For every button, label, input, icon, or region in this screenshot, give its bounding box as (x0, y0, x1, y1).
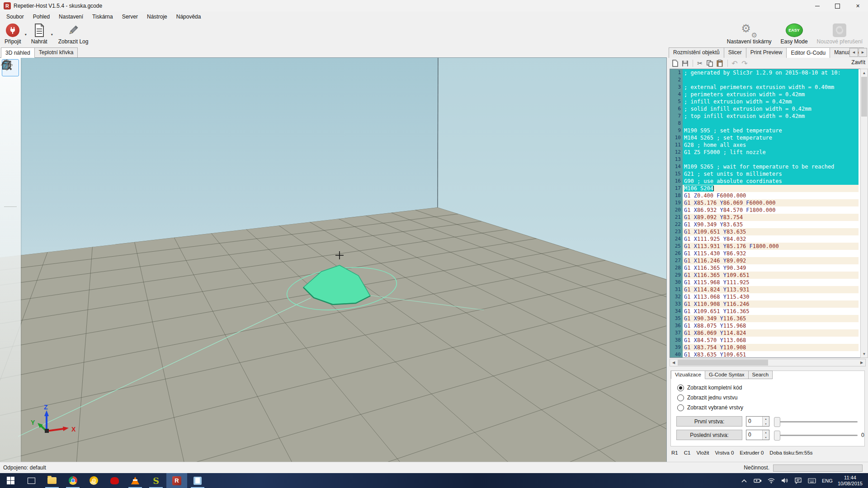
front-view-button[interactable] (2, 168, 19, 185)
speaker-icon[interactable] (778, 473, 792, 488)
viz-tab-vizualizace[interactable]: Vizualizace (671, 371, 705, 379)
move-view-button[interactable] (2, 77, 19, 94)
vertical-scrollbar-thumb[interactable] (861, 77, 867, 117)
radio-zobrazit-vybran-vrstvy[interactable]: Zobrazit vybrané vrstvy (677, 403, 743, 413)
code-line[interactable]: 35G1 X90.349 Y116.365 (670, 315, 859, 322)
redo-button[interactable]: ↷ (740, 59, 749, 68)
code-line[interactable]: 18G1 Z0.400 F6000.000 (670, 192, 859, 199)
easy-mode-button[interactable]: EASY Easy Mode (778, 22, 811, 46)
spin-up-icon[interactable]: ▲ (762, 430, 769, 435)
paste-button[interactable] (715, 59, 724, 68)
code-line[interactable]: 13 (670, 156, 859, 163)
scroll-right-icon[interactable]: ▶ (858, 359, 865, 366)
isometric-view-button[interactable] (2, 150, 19, 167)
code-line[interactable]: 16G90 ; use absolute coordinates (670, 178, 859, 185)
top-view-button[interactable] (2, 186, 19, 203)
code-line[interactable]: 12G1 Z5 F5000 ; lift nozzle (670, 149, 859, 156)
radio-button[interactable] (677, 385, 684, 391)
taskbar-slic3r[interactable]: S (146, 473, 166, 488)
tabs-scroll-left-icon[interactable]: ◀ (849, 48, 858, 57)
radio-button[interactable] (677, 394, 684, 401)
code-line[interactable]: 30G1 X115.968 Y111.925 (670, 279, 859, 286)
show-log-button[interactable]: Zobrazit Log (56, 22, 91, 46)
tab-3d-preview[interactable]: 3D náhled (1, 47, 35, 58)
spin-up-icon[interactable]: ▲ (762, 417, 769, 422)
spin-down-icon[interactable]: ▼ (762, 422, 769, 427)
emergency-stop-button[interactable]: Nouzové přerušení (814, 22, 865, 46)
spin-down-icon[interactable]: ▼ (762, 435, 769, 440)
first-layer-slider[interactable] (774, 417, 858, 426)
last-layer-button[interactable]: Poslední vrstva: (676, 430, 742, 440)
action-center-icon[interactable] (792, 473, 805, 488)
copy-button[interactable] (705, 59, 714, 68)
vertical-scrollbar[interactable]: ▲ ▼ (860, 69, 868, 358)
load-button[interactable]: Nahrát ▾ (28, 22, 50, 46)
code-line[interactable]: 26G1 X115.430 Y86.932 (670, 250, 859, 257)
taskbar-notepad[interactable] (187, 473, 208, 488)
code-line[interactable]: 17M106 S204 (670, 185, 859, 192)
tab-editor-g-codu[interactable]: Editor G-Codu (786, 47, 830, 58)
menu-nastaven[interactable]: Nastavení (54, 13, 88, 21)
wifi-icon[interactable] (764, 473, 778, 488)
code-line[interactable]: 6; solid infill extrusion width = 0.42mm (670, 105, 859, 113)
radio-button[interactable] (677, 404, 684, 411)
code-line[interactable]: 5; infill extrusion width = 0.42mm (670, 98, 859, 105)
code-line[interactable]: 14M109 S265 ; wait for temperature to be… (670, 163, 859, 170)
taskbar-red-app[interactable] (104, 473, 125, 488)
code-line[interactable]: 25G1 X113.931 Y85.176 F1800.000 (670, 243, 859, 250)
printer-settings-button[interactable]: ⚙⚙ Nastavení tiskárny (724, 22, 774, 46)
save-button[interactable] (680, 59, 689, 68)
code-line[interactable]: 8 (670, 120, 859, 127)
code-line[interactable]: 29G1 X116.365 Y109.651 (670, 272, 859, 279)
tabs-scroll-right-icon[interactable]: ▶ (859, 48, 867, 57)
taskbar-file-explorer[interactable] (42, 473, 62, 488)
viz-tab-search[interactable]: Search (748, 371, 773, 379)
taskbar-vlc[interactable] (125, 473, 146, 488)
viz-tab-g-code-syntax[interactable]: G-Code Syntax (705, 371, 749, 379)
code-line[interactable]: 24G1 X111.925 Y84.032 (670, 235, 859, 243)
last-layer-slider[interactable] (774, 431, 858, 440)
code-line[interactable]: 7; top infill extrusion width = 0.42mm (670, 113, 859, 120)
first-layer-button[interactable]: První vrstva: (676, 416, 742, 427)
scroll-up-icon[interactable]: ▲ (861, 69, 868, 76)
slider-thumb[interactable] (774, 431, 780, 441)
code-line[interactable]: 1; generated by Slic3r 1.2.9 on 2015-08-… (670, 69, 859, 76)
fit-view-button[interactable] (2, 131, 19, 149)
menu-server[interactable]: Server (118, 13, 142, 21)
code-line[interactable]: 4; perimeters extrusion width = 0.42mm (670, 91, 859, 98)
code-line[interactable]: 40G1 X83.635 Y109.651 (670, 351, 859, 358)
battery-icon[interactable] (751, 473, 764, 488)
taskbar-start[interactable] (0, 473, 21, 488)
language-indicator[interactable]: ENG (819, 478, 836, 483)
scroll-down-icon[interactable]: ▼ (861, 350, 868, 357)
menu-n-stroje[interactable]: Nástroje (142, 13, 172, 21)
tab-slicer[interactable]: Slicer (724, 47, 746, 58)
code-line[interactable]: 33G1 X110.908 Y116.246 (670, 300, 859, 308)
clock[interactable]: 11:44 10/08/2015 (838, 475, 863, 487)
horizontal-scrollbar[interactable]: ◀ ▶ (670, 359, 866, 366)
code-line[interactable]: 34G1 X109.651 Y116.365 (670, 308, 859, 315)
scroll-left-icon[interactable]: ◀ (670, 359, 677, 366)
connect-button[interactable]: Připojit ▾ (2, 22, 24, 46)
code-line[interactable]: 23G1 X109.651 Y83.635 (670, 228, 859, 235)
maximize-button[interactable] (827, 0, 848, 12)
radio-zobrazit-kompletn-k-d[interactable]: Zobrazit kompletní kód (677, 383, 743, 393)
taskbar-repetier-host[interactable]: R (166, 473, 187, 488)
horizontal-scrollbar-thumb[interactable] (678, 360, 768, 366)
code-line[interactable]: 11G28 ; home all axes (670, 141, 859, 149)
keyboard-icon[interactable] (805, 473, 819, 488)
load-dropdown-icon[interactable]: ▾ (51, 33, 53, 37)
taskbar-chrome[interactable] (62, 473, 83, 488)
cut-button[interactable]: ✂ (695, 59, 704, 68)
last-layer-spinner[interactable]: 0 ▲▼ (746, 430, 769, 440)
editor-close-button[interactable]: Zavřít (851, 59, 865, 66)
code-line[interactable]: 20G1 X86.932 Y84.570 F1800.000 (670, 206, 859, 214)
parallel-projection-button[interactable] (2, 210, 19, 227)
code-line[interactable]: 22G1 X90.349 Y83.635 (670, 221, 859, 228)
code-line[interactable]: 27G1 X116.246 Y89.092 (670, 257, 859, 264)
menu-soubor[interactable]: Soubor (2, 13, 28, 21)
taskbar-task-view[interactable] (21, 473, 42, 488)
code-line[interactable]: 21G1 X89.092 Y83.754 (670, 214, 859, 221)
code-line[interactable]: 15G21 ; set units to millimeters (670, 170, 859, 178)
code-line[interactable]: 38G1 X84.570 Y113.068 (670, 337, 859, 344)
